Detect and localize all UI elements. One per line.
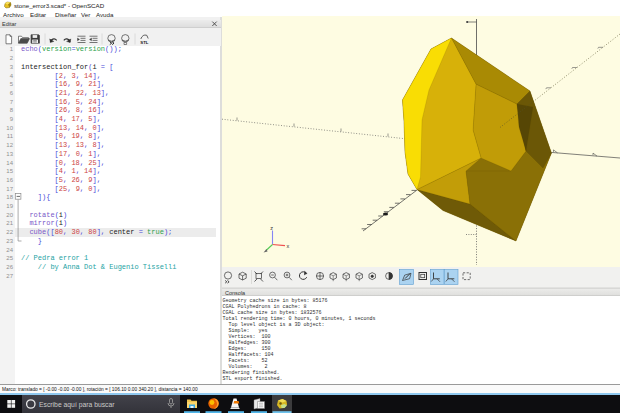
svg-text:x: x	[287, 243, 290, 249]
svg-text:STL: STL	[140, 40, 148, 45]
svg-text:z: z	[270, 225, 273, 231]
